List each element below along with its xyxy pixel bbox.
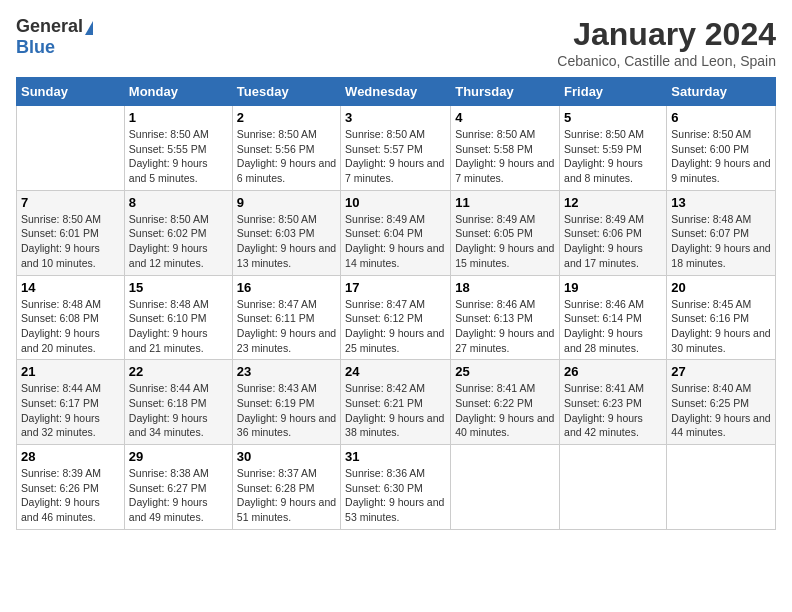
day-cell: 15Sunrise: 8:48 AMSunset: 6:10 PMDayligh… (124, 275, 232, 360)
header-row: SundayMondayTuesdayWednesdayThursdayFrid… (17, 78, 776, 106)
day-number: 27 (671, 364, 771, 379)
day-number: 21 (21, 364, 120, 379)
day-cell (560, 445, 667, 530)
week-row-4: 28Sunrise: 8:39 AMSunset: 6:26 PMDayligh… (17, 445, 776, 530)
day-cell: 19Sunrise: 8:46 AMSunset: 6:14 PMDayligh… (560, 275, 667, 360)
day-number: 11 (455, 195, 555, 210)
day-cell (17, 106, 125, 191)
week-row-1: 7Sunrise: 8:50 AMSunset: 6:01 PMDaylight… (17, 190, 776, 275)
logo-icon (85, 21, 93, 35)
day-info: Sunrise: 8:37 AMSunset: 6:28 PMDaylight:… (237, 466, 336, 525)
day-info: Sunrise: 8:38 AMSunset: 6:27 PMDaylight:… (129, 466, 228, 525)
header-saturday: Saturday (667, 78, 776, 106)
day-number: 22 (129, 364, 228, 379)
day-number: 9 (237, 195, 336, 210)
day-info: Sunrise: 8:41 AMSunset: 6:23 PMDaylight:… (564, 381, 662, 440)
logo: General Blue (16, 16, 93, 58)
day-number: 3 (345, 110, 446, 125)
day-cell: 11Sunrise: 8:49 AMSunset: 6:05 PMDayligh… (451, 190, 560, 275)
day-cell (667, 445, 776, 530)
calendar-table: SundayMondayTuesdayWednesdayThursdayFrid… (16, 77, 776, 530)
day-info: Sunrise: 8:50 AMSunset: 6:02 PMDaylight:… (129, 212, 228, 271)
day-info: Sunrise: 8:46 AMSunset: 6:13 PMDaylight:… (455, 297, 555, 356)
day-info: Sunrise: 8:45 AMSunset: 6:16 PMDaylight:… (671, 297, 771, 356)
day-info: Sunrise: 8:41 AMSunset: 6:22 PMDaylight:… (455, 381, 555, 440)
day-number: 5 (564, 110, 662, 125)
day-number: 19 (564, 280, 662, 295)
calendar-subtitle: Cebanico, Castille and Leon, Spain (557, 53, 776, 69)
logo-text: General (16, 16, 93, 37)
day-number: 10 (345, 195, 446, 210)
day-number: 29 (129, 449, 228, 464)
day-cell: 21Sunrise: 8:44 AMSunset: 6:17 PMDayligh… (17, 360, 125, 445)
day-info: Sunrise: 8:50 AMSunset: 5:59 PMDaylight:… (564, 127, 662, 186)
day-number: 14 (21, 280, 120, 295)
day-number: 31 (345, 449, 446, 464)
header-tuesday: Tuesday (232, 78, 340, 106)
day-cell: 20Sunrise: 8:45 AMSunset: 6:16 PMDayligh… (667, 275, 776, 360)
day-info: Sunrise: 8:39 AMSunset: 6:26 PMDaylight:… (21, 466, 120, 525)
day-number: 30 (237, 449, 336, 464)
day-cell: 26Sunrise: 8:41 AMSunset: 6:23 PMDayligh… (560, 360, 667, 445)
week-row-3: 21Sunrise: 8:44 AMSunset: 6:17 PMDayligh… (17, 360, 776, 445)
logo-blue: Blue (16, 37, 55, 58)
day-number: 1 (129, 110, 228, 125)
day-number: 7 (21, 195, 120, 210)
day-info: Sunrise: 8:50 AMSunset: 6:00 PMDaylight:… (671, 127, 771, 186)
day-info: Sunrise: 8:36 AMSunset: 6:30 PMDaylight:… (345, 466, 446, 525)
day-cell: 6Sunrise: 8:50 AMSunset: 6:00 PMDaylight… (667, 106, 776, 191)
day-cell (451, 445, 560, 530)
day-number: 8 (129, 195, 228, 210)
day-info: Sunrise: 8:40 AMSunset: 6:25 PMDaylight:… (671, 381, 771, 440)
day-info: Sunrise: 8:49 AMSunset: 6:04 PMDaylight:… (345, 212, 446, 271)
day-number: 2 (237, 110, 336, 125)
day-number: 26 (564, 364, 662, 379)
day-info: Sunrise: 8:44 AMSunset: 6:17 PMDaylight:… (21, 381, 120, 440)
day-cell: 29Sunrise: 8:38 AMSunset: 6:27 PMDayligh… (124, 445, 232, 530)
day-cell: 1Sunrise: 8:50 AMSunset: 5:55 PMDaylight… (124, 106, 232, 191)
calendar-title: January 2024 (557, 16, 776, 53)
day-cell: 14Sunrise: 8:48 AMSunset: 6:08 PMDayligh… (17, 275, 125, 360)
day-number: 6 (671, 110, 771, 125)
day-info: Sunrise: 8:47 AMSunset: 6:11 PMDaylight:… (237, 297, 336, 356)
day-cell: 23Sunrise: 8:43 AMSunset: 6:19 PMDayligh… (232, 360, 340, 445)
day-number: 18 (455, 280, 555, 295)
day-cell: 3Sunrise: 8:50 AMSunset: 5:57 PMDaylight… (341, 106, 451, 191)
day-cell: 22Sunrise: 8:44 AMSunset: 6:18 PMDayligh… (124, 360, 232, 445)
day-info: Sunrise: 8:49 AMSunset: 6:06 PMDaylight:… (564, 212, 662, 271)
day-number: 12 (564, 195, 662, 210)
day-number: 13 (671, 195, 771, 210)
day-cell: 10Sunrise: 8:49 AMSunset: 6:04 PMDayligh… (341, 190, 451, 275)
header-friday: Friday (560, 78, 667, 106)
day-number: 4 (455, 110, 555, 125)
day-cell: 4Sunrise: 8:50 AMSunset: 5:58 PMDaylight… (451, 106, 560, 191)
day-cell: 31Sunrise: 8:36 AMSunset: 6:30 PMDayligh… (341, 445, 451, 530)
day-cell: 5Sunrise: 8:50 AMSunset: 5:59 PMDaylight… (560, 106, 667, 191)
day-cell: 13Sunrise: 8:48 AMSunset: 6:07 PMDayligh… (667, 190, 776, 275)
day-info: Sunrise: 8:50 AMSunset: 6:01 PMDaylight:… (21, 212, 120, 271)
header-monday: Monday (124, 78, 232, 106)
header-wednesday: Wednesday (341, 78, 451, 106)
day-info: Sunrise: 8:49 AMSunset: 6:05 PMDaylight:… (455, 212, 555, 271)
day-cell: 12Sunrise: 8:49 AMSunset: 6:06 PMDayligh… (560, 190, 667, 275)
day-number: 20 (671, 280, 771, 295)
day-cell: 9Sunrise: 8:50 AMSunset: 6:03 PMDaylight… (232, 190, 340, 275)
day-info: Sunrise: 8:44 AMSunset: 6:18 PMDaylight:… (129, 381, 228, 440)
day-cell: 28Sunrise: 8:39 AMSunset: 6:26 PMDayligh… (17, 445, 125, 530)
day-number: 16 (237, 280, 336, 295)
day-info: Sunrise: 8:50 AMSunset: 5:57 PMDaylight:… (345, 127, 446, 186)
day-cell: 24Sunrise: 8:42 AMSunset: 6:21 PMDayligh… (341, 360, 451, 445)
day-info: Sunrise: 8:50 AMSunset: 5:56 PMDaylight:… (237, 127, 336, 186)
title-area: January 2024 Cebanico, Castille and Leon… (557, 16, 776, 69)
day-info: Sunrise: 8:50 AMSunset: 5:58 PMDaylight:… (455, 127, 555, 186)
day-number: 15 (129, 280, 228, 295)
day-info: Sunrise: 8:48 AMSunset: 6:07 PMDaylight:… (671, 212, 771, 271)
header-thursday: Thursday (451, 78, 560, 106)
header-sunday: Sunday (17, 78, 125, 106)
day-cell: 8Sunrise: 8:50 AMSunset: 6:02 PMDaylight… (124, 190, 232, 275)
day-info: Sunrise: 8:48 AMSunset: 6:08 PMDaylight:… (21, 297, 120, 356)
day-cell: 25Sunrise: 8:41 AMSunset: 6:22 PMDayligh… (451, 360, 560, 445)
day-number: 17 (345, 280, 446, 295)
day-cell: 2Sunrise: 8:50 AMSunset: 5:56 PMDaylight… (232, 106, 340, 191)
day-number: 23 (237, 364, 336, 379)
